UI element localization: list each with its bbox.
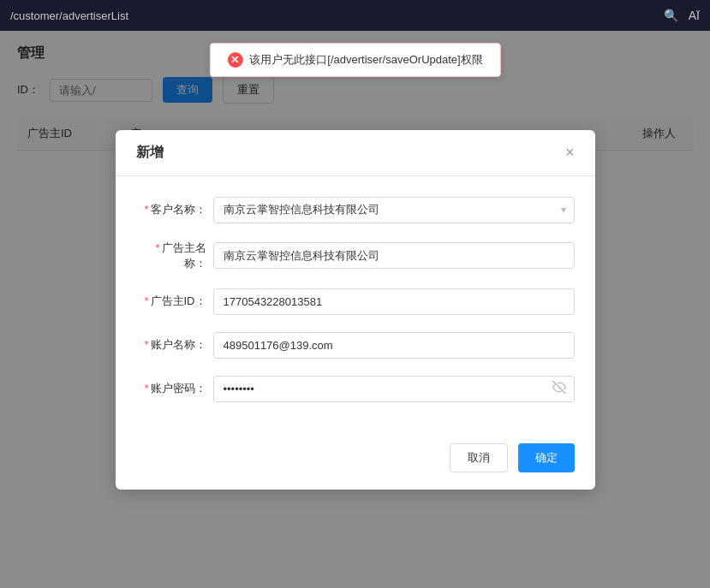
form-row-advertiser-id: *广告主ID： xyxy=(136,288,575,315)
main-area: 管理 ID： 查询 重置 广告主ID 广 操作人 ✕ 该用户无此接口[/adve… xyxy=(0,31,710,588)
top-bar: /customer/advertiserList 🔍 Aǐ xyxy=(0,0,710,31)
form-row-customer-name: *客户名称： ▾ xyxy=(136,197,575,223)
add-dialog: 新增 × *客户名称： ▾ *广告主名称： xyxy=(116,130,595,490)
required-mark: * xyxy=(144,203,148,216)
toast-notification: ✕ 该用户无此接口[/advertiser/saveOrUpdate]权限 xyxy=(209,43,500,77)
dialog-body: *客户名称： ▾ *广告主名称： *广告主ID： xyxy=(116,176,595,433)
customer-name-label: *客户名称： xyxy=(136,202,213,217)
advertiser-id-label: *广告主ID： xyxy=(136,294,213,309)
advertiser-name-input[interactable] xyxy=(213,242,575,269)
account-name-input[interactable] xyxy=(213,332,575,359)
required-mark-4: * xyxy=(144,338,148,351)
required-mark-3: * xyxy=(144,294,148,307)
password-wrapper xyxy=(213,376,575,402)
top-bar-icons: 🔍 Aǐ xyxy=(664,9,700,22)
dialog-title: 新增 xyxy=(136,144,164,162)
form-row-advertiser-name: *广告主名称： xyxy=(136,241,575,271)
text-icon[interactable]: Aǐ xyxy=(689,9,700,22)
page-path: /customer/advertiserList xyxy=(10,9,128,22)
required-mark-2: * xyxy=(155,241,159,254)
required-mark-5: * xyxy=(144,382,148,395)
eye-icon[interactable] xyxy=(552,381,566,397)
account-name-label: *账户名称： xyxy=(136,337,213,353)
toast-message: 该用户无此接口[/advertiser/saveOrUpdate]权限 xyxy=(249,52,482,68)
account-password-label: *账户密码： xyxy=(136,381,213,396)
dialog-footer: 取消 确定 xyxy=(116,433,595,490)
customer-name-input[interactable] xyxy=(213,197,575,223)
dialog-header: 新增 × xyxy=(116,130,595,176)
cancel-button[interactable]: 取消 xyxy=(450,443,508,472)
toast-error-icon: ✕ xyxy=(227,52,242,68)
search-icon[interactable]: 🔍 xyxy=(664,9,678,22)
advertiser-id-input[interactable] xyxy=(213,288,575,315)
customer-name-select-wrapper: ▾ xyxy=(213,197,575,223)
dialog-close-button[interactable]: × xyxy=(565,145,575,160)
form-row-account-name: *账户名称： xyxy=(136,332,575,359)
advertiser-name-label: *广告主名称： xyxy=(136,241,213,271)
account-password-input[interactable] xyxy=(213,376,575,402)
form-row-account-password: *账户密码： xyxy=(136,376,575,402)
confirm-button[interactable]: 确定 xyxy=(518,443,575,472)
